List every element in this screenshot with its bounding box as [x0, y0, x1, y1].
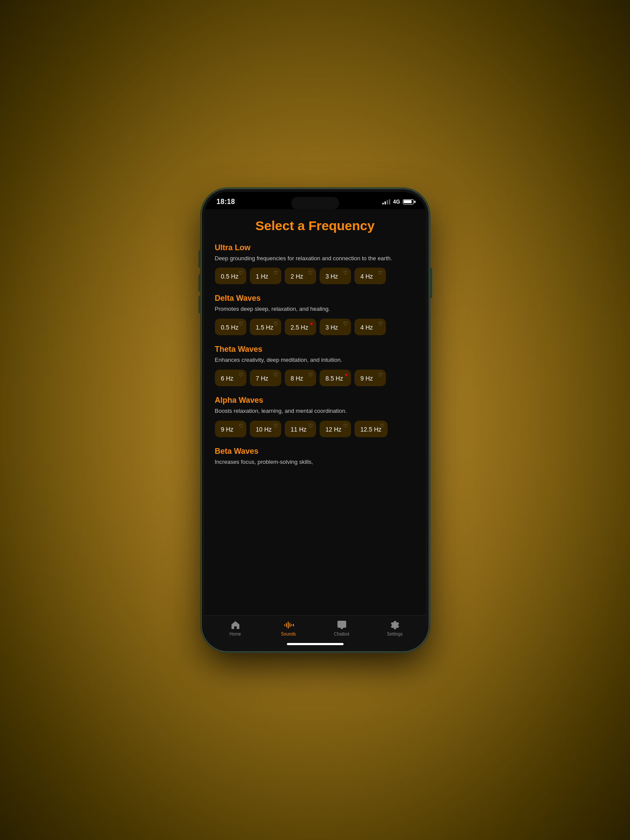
- freq-label: 2 Hz: [291, 272, 303, 280]
- freq-label: 0.5 Hz: [221, 272, 238, 280]
- freq-label: 0.5 Hz: [221, 323, 238, 331]
- nav-item-chatbot[interactable]: Chatbot: [315, 620, 368, 636]
- freq-label: 4 Hz: [361, 272, 373, 280]
- heart-empty-icon: ♡: [378, 270, 383, 276]
- phone-frame: 18:18 4G Select a Frequency Ultra LowDee…: [202, 189, 429, 651]
- battery-icon: [403, 199, 414, 204]
- heart-empty-icon: ♡: [273, 423, 278, 429]
- freq-btn-theta-waves-4[interactable]: 9 Hz♡: [354, 370, 386, 386]
- freq-label: 3 Hz: [326, 323, 338, 331]
- category-title-theta-waves: Theta Waves: [215, 345, 415, 354]
- category-desc-delta-waves: Promotes deep sleep, relaxation, and hea…: [215, 305, 415, 313]
- category-desc-ultra-low: Deep grounding frequencies for relaxatio…: [215, 255, 415, 263]
- heart-empty-icon: ♡: [378, 372, 383, 378]
- heart-empty-icon: ♡: [308, 372, 313, 378]
- svg-rect-2: [288, 622, 289, 629]
- status-icons: 4G: [382, 199, 413, 205]
- freq-btn-delta-waves-4[interactable]: 4 Hz♡: [354, 319, 386, 335]
- svg-rect-3: [289, 623, 290, 627]
- nav-label-home: Home: [229, 632, 241, 636]
- svg-rect-1: [286, 623, 287, 627]
- category-title-delta-waves: Delta Waves: [215, 294, 415, 303]
- freq-row-ultra-low: 0.5 Hz♡1 Hz♡2 Hz♡3 Hz♡4 Hz♡: [215, 268, 415, 284]
- freq-btn-ultra-low-4[interactable]: 4 Hz♡: [354, 268, 386, 284]
- category-desc-theta-waves: Enhances creativity, deep meditation, an…: [215, 356, 415, 364]
- heart-empty-icon: ♡: [238, 372, 243, 378]
- heart-empty-icon: ♡: [378, 321, 383, 327]
- category-delta-waves: Delta WavesPromotes deep sleep, relaxati…: [215, 294, 415, 335]
- category-desc-beta-waves: Increases focus, problem-solving skills,: [215, 458, 415, 466]
- home-indicator: [287, 643, 344, 645]
- freq-label: 8 Hz: [291, 374, 303, 382]
- nav-item-home[interactable]: Home: [209, 620, 262, 636]
- freq-btn-ultra-low-1[interactable]: 1 Hz♡: [250, 268, 281, 284]
- status-time: 18:18: [217, 198, 235, 206]
- heart-empty-icon: ♡: [343, 321, 348, 327]
- battery-fill: [404, 200, 412, 203]
- freq-label: 9 Hz: [221, 425, 234, 433]
- category-beta-waves: Beta WavesIncreases focus, problem-solvi…: [215, 447, 415, 466]
- freq-btn-theta-waves-2[interactable]: 8 Hz♡: [285, 370, 316, 386]
- freq-label: 2.5 Hz: [291, 323, 308, 331]
- heart-empty-icon: ♡: [273, 270, 278, 276]
- category-title-beta-waves: Beta Waves: [215, 447, 415, 456]
- svg-rect-0: [284, 624, 285, 626]
- heart-empty-icon: ♡: [308, 270, 313, 276]
- heart-empty-icon: ♡: [308, 423, 313, 429]
- category-ultra-low: Ultra LowDeep grounding frequencies for …: [215, 243, 415, 285]
- nav-label-sounds: Sounds: [281, 632, 296, 636]
- main-content: Select a Frequency Ultra LowDeep groundi…: [204, 209, 426, 615]
- freq-btn-alpha-waves-3[interactable]: 12 Hz♡: [320, 421, 351, 437]
- heart-empty-icon: ♡: [273, 321, 278, 327]
- nav-item-settings[interactable]: Settings: [368, 620, 422, 636]
- freq-label: 4 Hz: [361, 323, 373, 331]
- category-title-alpha-waves: Alpha Waves: [215, 396, 415, 405]
- freq-btn-ultra-low-2[interactable]: 2 Hz♡: [285, 268, 316, 284]
- freq-label: 1 Hz: [256, 272, 269, 280]
- heart-filled-icon: ♥: [310, 321, 313, 327]
- heart-empty-icon: ♡: [343, 423, 348, 429]
- freq-btn-alpha-waves-2[interactable]: 11 Hz♡: [285, 421, 316, 437]
- freq-btn-ultra-low-3[interactable]: 3 Hz♡: [320, 268, 351, 284]
- camera-pill: [291, 197, 339, 209]
- freq-label: 1.5 Hz: [256, 323, 273, 331]
- freq-label: 10 Hz: [256, 425, 272, 433]
- freq-btn-alpha-waves-1[interactable]: 10 Hz♡: [250, 421, 281, 437]
- heart-empty-icon: ♡: [273, 372, 278, 378]
- category-desc-alpha-waves: Boosts relaxation, learning, and mental …: [215, 407, 415, 415]
- freq-label: 11 Hz: [291, 425, 307, 433]
- status-bar: 18:18 4G: [204, 192, 426, 209]
- category-theta-waves: Theta WavesEnhances creativity, deep med…: [215, 345, 415, 386]
- freq-btn-alpha-waves-0[interactable]: 9 Hz♡: [215, 421, 246, 437]
- heart-empty-icon: ♡: [343, 270, 348, 276]
- freq-btn-delta-waves-0[interactable]: 0.5 Hz♡: [215, 319, 246, 335]
- freq-label: 8.5 Hz: [326, 374, 343, 382]
- freq-btn-delta-waves-1[interactable]: 1.5 Hz♡: [250, 319, 281, 335]
- heart-empty-icon: ♡: [238, 270, 243, 276]
- freq-label: 12 Hz: [326, 425, 342, 433]
- freq-btn-theta-waves-3[interactable]: 8.5 Hz♥: [320, 370, 351, 386]
- freq-btn-theta-waves-1[interactable]: 7 Hz♡: [250, 370, 281, 386]
- nav-label-chatbot: Chatbot: [334, 632, 349, 636]
- categories-container: Ultra LowDeep grounding frequencies for …: [215, 243, 415, 466]
- freq-btn-alpha-waves-4[interactable]: 12.5 Hz♡: [354, 421, 388, 437]
- heart-empty-icon: ♡: [238, 321, 243, 327]
- category-alpha-waves: Alpha WavesBoosts relaxation, learning, …: [215, 396, 415, 437]
- nav-label-settings: Settings: [387, 632, 402, 636]
- phone-screen: 18:18 4G Select a Frequency Ultra LowDee…: [204, 192, 426, 649]
- home-icon: [230, 620, 241, 630]
- freq-label: 3 Hz: [326, 272, 338, 280]
- nav-item-sounds[interactable]: Sounds: [262, 620, 315, 636]
- freq-row-alpha-waves: 9 Hz♡10 Hz♡11 Hz♡12 Hz♡12.5 Hz♡: [215, 421, 415, 437]
- freq-btn-ultra-low-0[interactable]: 0.5 Hz♡: [215, 268, 246, 284]
- freq-btn-delta-waves-3[interactable]: 3 Hz♡: [320, 319, 351, 335]
- freq-row-theta-waves: 6 Hz♡7 Hz♡8 Hz♡8.5 Hz♥9 Hz♡: [215, 370, 415, 386]
- freq-label: 6 Hz: [221, 374, 234, 382]
- freq-label: 9 Hz: [361, 374, 373, 382]
- freq-btn-delta-waves-2[interactable]: 2.5 Hz♥: [285, 319, 316, 335]
- sounds-icon: [283, 620, 294, 630]
- chatbot-icon: [337, 620, 347, 630]
- page-title: Select a Frequency: [215, 218, 415, 234]
- freq-btn-theta-waves-0[interactable]: 6 Hz♡: [215, 370, 246, 386]
- svg-rect-4: [291, 624, 292, 626]
